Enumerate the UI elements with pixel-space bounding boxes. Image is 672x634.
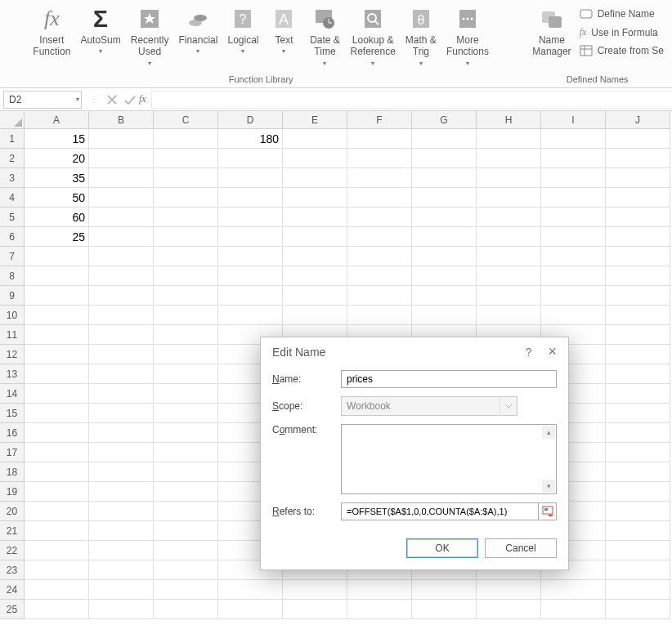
cell[interactable] [347,266,412,286]
lookup-reference-button[interactable]: Lookup & Reference ▾ [345,3,400,69]
cell[interactable] [89,404,154,423]
cell[interactable] [283,188,347,208]
cell[interactable] [89,266,154,286]
cell[interactable] [347,580,412,600]
cell[interactable] [412,129,477,149]
cell[interactable] [347,149,412,168]
cell[interactable] [412,306,477,325]
cell[interactable] [283,149,347,168]
cell[interactable] [606,443,670,462]
cell[interactable] [154,482,218,502]
row-header[interactable]: 7 [0,247,25,266]
cell[interactable]: 180 [218,129,283,149]
name-input[interactable] [341,370,557,388]
cell[interactable] [25,404,89,423]
cell[interactable] [25,541,89,560]
row-header[interactable]: 6 [0,227,25,247]
cell[interactable] [154,286,218,306]
column-header[interactable]: D [218,111,283,129]
cell[interactable] [89,423,154,443]
cell[interactable] [412,580,477,600]
cell[interactable] [347,208,412,227]
math-trig-button[interactable]: θ Math & Trig ▾ [401,3,441,69]
cell[interactable] [89,502,154,521]
cell[interactable] [477,286,541,306]
cell[interactable] [218,306,283,325]
cell[interactable]: 20 [25,149,89,168]
cell[interactable]: 35 [25,168,89,188]
cell[interactable] [25,266,89,286]
cell[interactable] [25,502,89,521]
scroll-up-icon[interactable]: ▴ [542,426,555,439]
cell[interactable] [218,600,283,619]
cell[interactable] [347,168,412,188]
cell[interactable] [412,149,477,168]
row-header[interactable]: 17 [0,443,25,462]
column-header[interactable]: B [89,111,154,129]
row-header[interactable]: 23 [0,560,25,580]
cell[interactable] [606,208,670,227]
column-header[interactable]: G [412,111,477,129]
cell[interactable] [412,247,477,266]
cell[interactable] [154,345,218,364]
cell[interactable] [606,247,670,266]
text-button[interactable]: A Text ▾ [263,3,304,56]
row-header[interactable]: 15 [0,404,25,423]
column-header[interactable]: F [347,111,412,129]
cell[interactable] [606,580,670,600]
cell[interactable] [283,168,347,188]
financial-button[interactable]: Financial ▾ [173,3,222,56]
enter-formula-button[interactable] [121,91,139,109]
cell[interactable] [25,462,89,482]
cell[interactable] [25,364,89,384]
cell[interactable] [541,306,606,325]
define-name-button[interactable]: Define Name [576,7,667,21]
row-header[interactable]: 24 [0,580,25,600]
cell[interactable] [218,208,283,227]
cell[interactable] [89,521,154,541]
cell[interactable] [541,188,606,208]
cell[interactable] [218,188,283,208]
cell[interactable] [541,286,606,306]
cell[interactable] [25,247,89,266]
cell[interactable] [606,541,670,560]
cell[interactable] [477,168,541,188]
cell[interactable] [25,423,89,443]
cell[interactable] [89,384,154,404]
cell[interactable] [154,266,218,286]
cell[interactable] [283,600,347,619]
cell[interactable] [606,325,670,345]
cell[interactable] [89,168,154,188]
cell[interactable] [89,345,154,364]
cell[interactable] [89,482,154,502]
use-in-formula-button[interactable]: fx Use in Formula [576,25,667,40]
cell[interactable] [218,247,283,266]
cell[interactable] [218,580,283,600]
cell[interactable]: 15 [25,129,89,149]
cell[interactable] [89,286,154,306]
fx-icon[interactable]: fx [139,93,151,105]
cell[interactable] [89,247,154,266]
cell[interactable] [154,325,218,345]
cell[interactable]: 50 [25,188,89,208]
cell[interactable] [154,521,218,541]
row-header[interactable]: 25 [0,600,25,619]
collapse-dialog-button[interactable] [539,502,557,520]
cell[interactable] [89,364,154,384]
row-header[interactable]: 11 [0,325,25,345]
cell[interactable]: 60 [25,208,89,227]
cell[interactable] [154,149,218,168]
cell[interactable] [25,443,89,462]
column-header[interactable]: H [477,111,541,129]
cell[interactable] [606,404,670,423]
cell[interactable] [25,600,89,619]
scroll-down-icon[interactable]: ▾ [542,480,555,493]
cell[interactable] [541,129,606,149]
cell[interactable] [154,443,218,462]
row-header[interactable]: 2 [0,149,25,168]
cell[interactable] [283,247,347,266]
column-header[interactable]: E [283,111,347,129]
cell[interactable] [25,306,89,325]
cell[interactable] [477,227,541,247]
cell[interactable] [154,168,218,188]
